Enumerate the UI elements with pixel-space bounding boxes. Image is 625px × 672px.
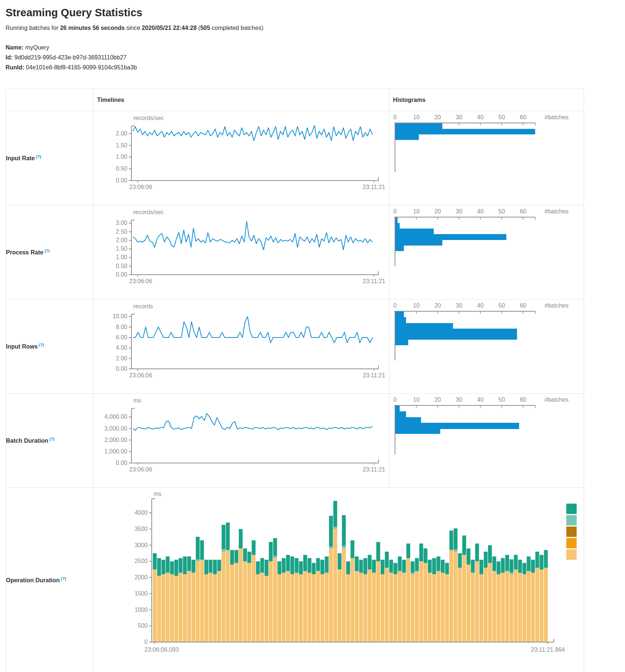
- query-id-label: Id:: [6, 54, 13, 61]
- legend-swatch-2: [566, 515, 577, 525]
- legend-swatch-3: [566, 527, 577, 537]
- row-operation-duration: Operation Duration (?)ms0500100015002000…: [6, 488, 584, 672]
- svg-text:50: 50: [498, 397, 505, 403]
- timelines-column-header: Timelines: [93, 89, 389, 111]
- input-rows-timeline-chart: records0.002.004.006.008.0010.0023:06:06…: [93, 299, 389, 392]
- running-paren: (: [197, 25, 200, 31]
- process-rate-histogram-cell: 0102030405060#batches: [389, 205, 584, 299]
- svg-text:2.00: 2.00: [116, 355, 127, 361]
- svg-text:23:06:06: 23:06:06: [129, 372, 152, 378]
- svg-text:ms: ms: [154, 491, 161, 497]
- query-id-value: 9d0dd219-995d-423e-b97d-36931110bb27: [14, 54, 127, 61]
- input-rate-label-cell: Input Rate (?): [6, 111, 93, 205]
- svg-text:0.00: 0.00: [116, 366, 127, 372]
- batch-duration-label-cell: Batch Duration (?): [6, 394, 93, 488]
- stats-table: Timelines Histograms Input Rate (?)recor…: [6, 89, 584, 672]
- svg-text:23:11:21: 23:11:21: [363, 184, 385, 190]
- query-name-line: Name: myQuery: [6, 42, 619, 52]
- query-runid-value: 04e101e6-8bf8-4165-9099-9104c951ba3b: [26, 64, 137, 71]
- input-rows-label: Input Rows: [6, 343, 38, 350]
- metric-column-header: [6, 89, 93, 111]
- svg-text:40: 40: [477, 397, 484, 403]
- operation-duration-label: Operation Duration: [6, 577, 60, 584]
- svg-text:4.00: 4.00: [116, 344, 127, 351]
- svg-text:60: 60: [519, 397, 526, 403]
- svg-text:6.00: 6.00: [116, 334, 127, 340]
- operation-duration-stacked-chart: ms0500100015002000250030003500400023:06:…: [93, 488, 584, 671]
- svg-text:0: 0: [393, 302, 396, 309]
- legend-swatch-4: [566, 538, 577, 548]
- svg-text:0: 0: [393, 208, 396, 215]
- process-rate-timeline-cell: records/sec0.000.501.001.502.002.503.002…: [93, 205, 389, 299]
- process-rate-timeline-chart: records/sec0.000.501.001.502.002.503.002…: [93, 205, 389, 298]
- process-rate-help-icon[interactable]: (?): [43, 248, 49, 253]
- svg-text:30: 30: [456, 208, 462, 215]
- svg-text:23:06:06: 23:06:06: [129, 184, 152, 190]
- query-name-label: Name:: [6, 44, 24, 51]
- running-since-word: since: [125, 25, 142, 31]
- stats-table-header-row: Timelines Histograms: [6, 89, 584, 111]
- svg-text:1.00: 1.00: [116, 254, 127, 260]
- svg-text:ms: ms: [133, 397, 141, 404]
- batch-duration-timeline-cell: ms0.001,000.002,000.003,000.004,000.0023…: [93, 394, 389, 488]
- input-rate-help-icon[interactable]: (?): [35, 154, 41, 159]
- svg-text:3000: 3000: [134, 542, 148, 548]
- svg-text:0: 0: [393, 114, 396, 120]
- running-prefix: Running batches for: [6, 25, 60, 31]
- running-batches-summary: Running batches for 26 minutes 56 second…: [6, 25, 619, 31]
- svg-text:2500: 2500: [134, 558, 148, 564]
- batch-duration-timeline-chart: ms0.001,000.002,000.003,000.004,000.0023…: [93, 394, 389, 486]
- svg-text:1.50: 1.50: [116, 246, 127, 252]
- operation-duration-help-icon[interactable]: (?): [60, 576, 66, 581]
- svg-text:23:11:21: 23:11:21: [363, 372, 385, 378]
- batch-duration-label: Batch Duration: [6, 438, 48, 444]
- svg-text:2000: 2000: [134, 574, 148, 580]
- row-input-rate: Input Rate (?)records/sec0.000.501.001.5…: [6, 111, 584, 205]
- svg-text:3500: 3500: [134, 526, 148, 532]
- input-rows-help-icon[interactable]: (?): [38, 343, 44, 347]
- row-input-rows: Input Rows (?)records0.002.004.006.008.0…: [6, 299, 584, 394]
- svg-text:30: 30: [456, 114, 462, 120]
- svg-text:0.50: 0.50: [116, 263, 127, 269]
- svg-text:10: 10: [413, 208, 419, 215]
- input-rate-label: Input Rate: [6, 155, 35, 161]
- input-rate-histogram-cell: 0102030405060#batches: [389, 111, 584, 205]
- query-runid-line: RunId: 04e101e6-8bf8-4165-9099-9104c951b…: [6, 62, 619, 72]
- svg-text:23:11:21: 23:11:21: [363, 466, 385, 473]
- svg-text:2.50: 2.50: [116, 229, 127, 235]
- svg-text:#batches: #batches: [545, 397, 569, 403]
- svg-text:records/sec: records/sec: [133, 115, 164, 121]
- batch-duration-help-icon[interactable]: (?): [48, 437, 55, 441]
- running-duration: 26 minutes 56 seconds: [60, 25, 125, 31]
- svg-text:23:06:06: 23:06:06: [129, 278, 152, 284]
- svg-text:#batches: #batches: [545, 302, 569, 309]
- svg-text:60: 60: [519, 208, 526, 215]
- svg-text:#batches: #batches: [545, 208, 569, 215]
- row-process-rate: Process Rate (?)records/sec0.000.501.001…: [6, 205, 584, 299]
- svg-text:#batches: #batches: [545, 114, 569, 120]
- completed-batches-count: 505: [200, 25, 210, 31]
- process-rate-label-cell: Process Rate (?): [6, 205, 93, 299]
- input-rate-histogram-chart: 0102030405060#batches: [389, 111, 584, 203]
- svg-text:records/sec: records/sec: [133, 209, 164, 215]
- svg-text:1,000.00: 1,000.00: [104, 448, 127, 455]
- svg-text:40: 40: [477, 114, 484, 120]
- svg-text:20: 20: [434, 397, 441, 403]
- query-meta: Name: myQuery Id: 9d0dd219-995d-423e-b97…: [6, 42, 619, 72]
- query-name-value: myQuery: [25, 44, 49, 51]
- svg-text:500: 500: [138, 623, 148, 629]
- svg-text:10: 10: [413, 302, 419, 309]
- svg-text:50: 50: [498, 114, 505, 120]
- svg-text:60: 60: [519, 114, 526, 120]
- svg-text:1000: 1000: [134, 607, 148, 613]
- svg-text:0.00: 0.00: [116, 460, 127, 466]
- svg-text:23:11:21: 23:11:21: [363, 278, 385, 284]
- svg-text:0: 0: [393, 397, 396, 403]
- svg-text:0: 0: [144, 639, 148, 645]
- svg-text:10: 10: [413, 114, 419, 120]
- process-rate-label: Process Rate: [6, 249, 43, 256]
- input-rows-histogram-cell: 0102030405060#batches: [389, 299, 584, 394]
- svg-text:3.00: 3.00: [116, 220, 127, 226]
- svg-text:4000: 4000: [134, 510, 148, 516]
- svg-text:records: records: [133, 303, 153, 309]
